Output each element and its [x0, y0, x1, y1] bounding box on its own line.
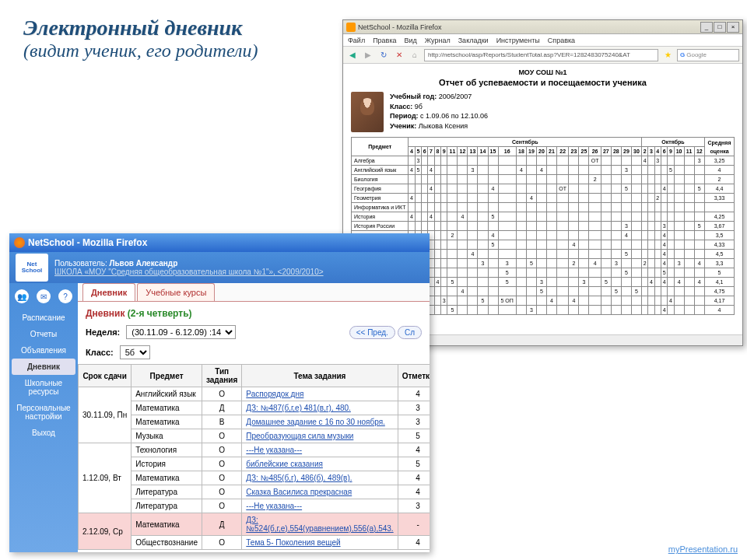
- forward-icon[interactable]: ▶: [362, 49, 374, 61]
- assignment-link[interactable]: Сказка Василиса прекрасная: [246, 488, 352, 496]
- report-toolbar: ◀ ▶ ↻ ✕ ⌂ http://netschool/asp/Reports/S…: [343, 47, 742, 64]
- user-label: Пользователь:: [54, 259, 109, 268]
- assignment-link[interactable]: Распорядок дня: [246, 390, 303, 398]
- mypresentation-link[interactable]: myPresentation.ru: [668, 544, 738, 554]
- school-link[interactable]: ШКОЛА «МОУ "Средняя общеобразовательная …: [54, 268, 324, 276]
- firefox-icon: [14, 237, 25, 248]
- search-box[interactable]: GGoogle: [677, 49, 739, 61]
- reload-icon[interactable]: ↻: [377, 49, 390, 61]
- assignment-link[interactable]: ---Не указана---: [246, 446, 302, 454]
- page-title-line2: (видит ученик, его родители): [23, 40, 258, 61]
- student-info: Учебный год: 2006/2007 Класс: 9б Период:…: [390, 92, 488, 132]
- report-window-title: NetSchool - Mozilla Firefox: [358, 23, 698, 31]
- watermark: myPresentation.ru: [668, 544, 738, 554]
- back-icon[interactable]: ◀: [346, 49, 359, 61]
- assignment-link[interactable]: ДЗ: №485(б,г), 486(б), 489(в).: [246, 474, 352, 482]
- sidebar-item-3[interactable]: Дневник: [12, 359, 75, 375]
- diary-window: NetSchool - Mozilla Firefox NetSchool По…: [9, 233, 430, 552]
- maximize-button[interactable]: □: [714, 22, 726, 33]
- assignment-link[interactable]: ДЗ: №487(б,г,е) 481(в,г), 480.: [246, 404, 351, 412]
- star-icon[interactable]: ★: [661, 49, 674, 61]
- minimize-button[interactable]: _: [700, 22, 713, 33]
- sidebar-item-4[interactable]: Школьные ресурсы: [9, 375, 78, 400]
- mail-icon[interactable]: ✉: [37, 289, 51, 303]
- assignment-link[interactable]: Домашнее задание с 16 по 30 ноября.: [246, 418, 385, 426]
- help-icon[interactable]: ?: [58, 289, 72, 303]
- week-select[interactable]: (30.11.09 - 6.12.09) :14: [126, 325, 236, 339]
- assignment-link[interactable]: Тема 5- Поколения вещей: [246, 538, 340, 547]
- menu-file[interactable]: Файл: [348, 37, 365, 44]
- url-bar[interactable]: http://netschool/asp/Reports/StudentTota…: [424, 49, 658, 61]
- report-school: МОУ СОШ №1: [351, 68, 735, 76]
- week-label: Неделя:: [86, 327, 120, 337]
- next-button[interactable]: Сл: [398, 326, 422, 339]
- firefox-icon: [346, 23, 356, 32]
- menu-history[interactable]: Журнал: [425, 37, 451, 44]
- report-heading: Отчет об успеваемости и посещаемости уче…: [351, 78, 735, 87]
- home-icon[interactable]: ⌂: [409, 49, 421, 61]
- user-name: Львов Александр: [109, 259, 177, 268]
- prev-button[interactable]: << Пред.: [349, 326, 395, 339]
- assignments-table: Срок сдачиПредметТип заданияТема задания…: [78, 364, 430, 550]
- section-heading: Дневник: [86, 308, 124, 319]
- menu-edit[interactable]: Правка: [373, 37, 396, 44]
- diary-tabs: Дневник Учебные курсы: [78, 283, 430, 302]
- diary-branding: NetSchool Пользователь: Львов Александр …: [9, 252, 430, 283]
- quarter-label: (2-я четверть): [128, 308, 192, 319]
- sidebar-item-1[interactable]: Отчеты: [9, 326, 78, 342]
- sidebar-item-5[interactable]: Персональные настройки: [9, 400, 78, 425]
- assignment-link[interactable]: Преобразующая сила музыки: [246, 432, 353, 440]
- menu-view[interactable]: Вид: [405, 37, 417, 44]
- menu-bookmarks[interactable]: Закладки: [458, 37, 489, 44]
- menu-help[interactable]: Справка: [548, 37, 575, 44]
- diary-window-title: NetSchool - Mozilla Firefox: [28, 237, 147, 248]
- assignment-link[interactable]: библейские сказания: [246, 460, 323, 468]
- sidebar-item-2[interactable]: Объявления: [9, 342, 78, 359]
- report-menubar: Файл Правка Вид Журнал Закладки Инструме…: [343, 34, 742, 47]
- menu-tools[interactable]: Инструменты: [496, 37, 540, 44]
- report-titlebar: NetSchool - Mozilla Firefox _ □ ×: [343, 20, 742, 34]
- tab-diary[interactable]: Дневник: [82, 283, 135, 301]
- people-icon[interactable]: 👥: [15, 289, 29, 303]
- close-button[interactable]: ×: [727, 22, 739, 33]
- assignment-link[interactable]: ---Не указана---: [246, 502, 302, 510]
- student-photo: [351, 92, 384, 132]
- class-label: Класс:: [86, 348, 114, 357]
- page-title-line1: Электронный дневник: [23, 16, 258, 40]
- class-select[interactable]: 5б: [120, 345, 150, 359]
- sidebar-item-6[interactable]: Выход: [9, 425, 78, 441]
- stop-icon[interactable]: ✕: [393, 49, 405, 61]
- sidebar-item-0[interactable]: Расписание: [9, 310, 78, 326]
- netschool-logo: NetSchool: [16, 254, 48, 282]
- assignment-link[interactable]: ДЗ: №524(б,г,е),554(уравнением),556(а),5…: [246, 516, 393, 533]
- diary-titlebar: NetSchool - Mozilla Firefox: [9, 233, 430, 252]
- tab-courses[interactable]: Учебные курсы: [137, 283, 215, 301]
- diary-sidebar: 👥 ✉ ? РасписаниеОтчетыОбъявленияДневникШ…: [9, 283, 78, 552]
